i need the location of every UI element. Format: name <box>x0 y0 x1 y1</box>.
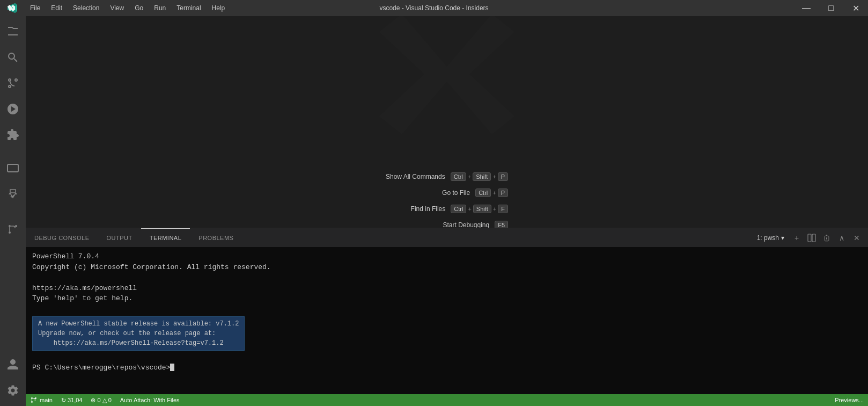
terminal-notification-line1: A new PowerShell stable release is avail… <box>38 319 239 329</box>
status-branch-text: main <box>40 397 53 403</box>
kill-terminal-button[interactable] <box>820 231 834 245</box>
terminal-dropdown-icon: ▾ <box>781 234 784 242</box>
svg-point-7 <box>31 401 33 403</box>
menu-file[interactable]: File <box>25 0 46 16</box>
key-shift-find: Shift <box>473 205 491 213</box>
activity-icon-accounts[interactable] <box>0 352 26 378</box>
status-remote[interactable]: Previews... <box>830 394 868 406</box>
terminal-notification-line3: https://aka.ms/PowerShell-Release?tag=v7… <box>38 338 239 348</box>
extensions-icon <box>6 128 19 141</box>
new-terminal-button[interactable]: + <box>790 231 804 245</box>
activity-icon-settings[interactable] <box>0 378 26 403</box>
status-errors[interactable]: ⊗ 0 △ 0 <box>86 394 115 406</box>
split-terminal-icon <box>807 234 816 242</box>
activity-icon-search[interactable] <box>0 45 26 70</box>
shortcut-row-find: Find in Files Ctrl + Shift + F <box>411 205 508 213</box>
activity-icon-source-control[interactable] <box>0 70 26 96</box>
shortcut-label-commands: Show All Commands <box>386 173 445 180</box>
svg-rect-0 <box>8 164 18 172</box>
terminal-line-5: Type 'help' to get help. <box>32 293 862 304</box>
terminal-prompt-text: PS C:\Users\merogge\repos\vscode> <box>32 364 170 372</box>
menu-edit[interactable]: Edit <box>46 0 68 16</box>
kill-terminal-icon <box>823 234 830 242</box>
terminal-line-3 <box>32 272 862 283</box>
status-bar-left: main ↻ 31,04 ⊗ 0 △ 0 Auto Attach: With F… <box>26 394 184 406</box>
svg-point-6 <box>31 397 33 399</box>
status-sync[interactable]: ↻ 31,04 <box>57 394 87 406</box>
shortcut-row-debug: Start Debugging F5 <box>443 221 508 228</box>
key-plus-goto: + <box>492 190 496 196</box>
activity-icon-extensions[interactable] <box>0 122 26 148</box>
tab-problems[interactable]: PROBLEMS <box>190 228 242 247</box>
vscode-background-logo <box>372 16 522 151</box>
svg-point-1 <box>9 225 11 227</box>
maximize-button[interactable]: □ <box>819 0 843 16</box>
shortcuts-panel: Show All Commands Ctrl + Shift + P Go to… <box>386 172 508 228</box>
activity-icon-explorer[interactable] <box>0 19 26 45</box>
shortcut-keys-goto: Ctrl + P <box>475 189 508 197</box>
titlebar-logo <box>0 0 25 16</box>
key-plus-find1: + <box>468 206 471 212</box>
menu-go[interactable]: Go <box>129 0 149 16</box>
terminal-notification: A new PowerShell stable release is avail… <box>32 316 245 351</box>
pull-requests-icon <box>6 223 19 236</box>
terminal-line-1: PowerShell 7.0.4 <box>32 251 862 262</box>
close-button[interactable]: ✕ <box>843 0 868 16</box>
titlebar-menu: File Edit Selection View Go Run Terminal… <box>25 0 230 16</box>
activity-icon-pull-requests[interactable] <box>0 216 26 242</box>
terminal-selector[interactable]: 1: pwsh ▾ <box>753 234 789 242</box>
status-remote-text: Previews... <box>835 397 864 403</box>
activity-icon-remote-explorer[interactable] <box>0 156 26 182</box>
key-f5: F5 <box>495 221 508 228</box>
tab-debug-console[interactable]: DEBUG CONSOLE <box>26 228 98 247</box>
svg-rect-5 <box>812 234 815 242</box>
terminal-prompt: PS C:\Users\merogge\repos\vscode> <box>32 364 862 372</box>
menu-help[interactable]: Help <box>207 0 231 16</box>
main-layout: Show All Commands Ctrl + Shift + P Go to… <box>0 16 868 406</box>
minimize-button[interactable]: — <box>794 0 819 16</box>
activity-icon-run-debug[interactable] <box>0 96 26 122</box>
key-plus-find2: + <box>493 206 496 212</box>
run-debug-icon <box>6 103 19 115</box>
titlebar: File Edit Selection View Go Run Terminal… <box>0 0 868 16</box>
status-bar: main ↻ 31,04 ⊗ 0 △ 0 Auto Attach: With F… <box>26 394 868 406</box>
tab-output[interactable]: OUTPUT <box>98 228 141 247</box>
key-ctrl-find: Ctrl <box>451 205 466 213</box>
explorer-icon <box>6 25 19 38</box>
status-auto-attach[interactable]: Auto Attach: With Files <box>116 394 184 406</box>
remote-explorer-icon <box>6 163 19 176</box>
status-auto-attach-text: Auto Attach: With Files <box>120 397 180 403</box>
menu-terminal[interactable]: Terminal <box>171 0 206 16</box>
key-plus: + <box>468 173 471 180</box>
menu-selection[interactable]: Selection <box>68 0 105 16</box>
titlebar-left: File Edit Selection View Go Run Terminal… <box>0 0 230 16</box>
key-p: P <box>498 172 508 181</box>
terminal-line-4: https://aka.ms/powershell <box>32 283 862 294</box>
tab-terminal[interactable]: TERMINAL <box>141 228 190 247</box>
key-f-find: F <box>498 205 508 213</box>
svg-point-3 <box>15 225 17 227</box>
vscode-watermark-icon <box>372 16 522 149</box>
testing-icon <box>6 189 19 201</box>
split-terminal-button[interactable] <box>805 231 819 245</box>
maximize-panel-button[interactable]: ∧ <box>835 231 849 245</box>
source-control-icon <box>6 77 19 90</box>
status-branch[interactable]: main <box>26 394 57 406</box>
key-shift: Shift <box>473 172 491 181</box>
panel-tabs: DEBUG CONSOLE OUTPUT TERMINAL PROBLEMS <box>26 228 242 247</box>
activity-bar <box>0 16 26 406</box>
menu-run[interactable]: Run <box>149 0 171 16</box>
panel-tabs-bar: DEBUG CONSOLE OUTPUT TERMINAL PROBLEMS 1… <box>26 228 868 247</box>
settings-icon <box>6 384 19 397</box>
shortcut-keys-commands: Ctrl + Shift + P <box>451 172 508 181</box>
svg-point-2 <box>9 231 11 234</box>
status-sync-text: ↻ 31,04 <box>61 397 83 404</box>
activity-bar-bottom <box>0 352 26 406</box>
key-plus2: + <box>492 173 496 180</box>
activity-icon-testing[interactable] <box>0 182 26 208</box>
close-panel-button[interactable]: ✕ <box>850 231 864 245</box>
menu-view[interactable]: View <box>105 0 129 16</box>
key-p-goto: P <box>498 189 508 197</box>
terminal-body[interactable]: PowerShell 7.0.4 Copyright (c) Microsoft… <box>26 247 868 394</box>
search-icon <box>6 51 19 64</box>
